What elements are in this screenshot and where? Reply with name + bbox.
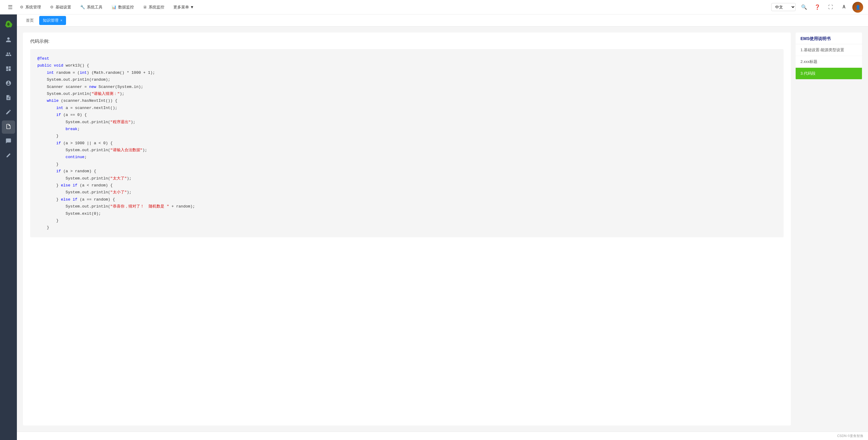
code-block: @Testpublic void work13() { int random =… [30,49,783,237]
nav-label-system-mgmt: 系统管理 [25,4,41,10]
sidebar-item-pen[interactable] [2,149,15,163]
code-text: System.out.println( [37,190,110,195]
tab-knowledge-mgmt[interactable]: 知识管理 × [39,16,66,25]
right-panel: EMS使用说明书 1.基础设置-能源类型设置2.xxx标题3.代码段 [796,33,862,426]
chat-icon [5,138,11,145]
keyword-blue: else if [61,183,78,188]
code-text: random = ( [54,70,80,75]
content-area: 首页 知识管理 × 代码示例: @Testpublic void work13(… [17,14,868,440]
hamburger-button[interactable]: ☰ [5,2,16,13]
fullscreen-button[interactable]: ⛶ [826,2,835,12]
tab-close-button[interactable]: × [60,19,62,23]
badge-icon [5,80,11,88]
code-text: (a > random) { [61,169,96,173]
toc-item[interactable]: 3.代码段 [796,68,862,79]
sidebar-item-chat[interactable] [2,135,15,148]
language-select[interactable]: 中文 English [771,3,796,11]
help-button[interactable]: ❓ [812,2,822,12]
toc-item[interactable]: 2.xxx标题 [796,56,862,68]
tab-bar: 首页 知识管理 × [17,14,868,27]
nav-item-system-monitor[interactable]: 🖥 系统监控 [139,3,168,12]
footer-text: CSDN ©姜鱼智渔 [837,434,863,438]
dashboard-icon [5,66,11,73]
string-red: "请输入合法数据" [110,148,143,153]
code-text: (a == 0) { [61,113,87,117]
code-text: work13() { [63,63,89,68]
code-text: System.exit(0); [37,211,101,216]
code-text: (scanner.hasNextInt()) { [59,99,117,103]
code-line: } [37,161,776,168]
nav-item-basic-settings[interactable]: ⚙ 基础设置 [46,3,75,12]
sidebar-item-doc[interactable] [2,121,15,134]
doc-icon [5,124,11,131]
string-red: "太小了" [110,190,127,195]
page-content: 代码示例: @Testpublic void work13() { int ra… [17,27,868,432]
code-text: ; [78,127,80,131]
code-line: if (a > 1000 || a < 0) { [37,140,776,147]
code-line: if (a > random) { [37,168,776,175]
code-text: System.out.println( [37,120,110,124]
font-button[interactable]: Ａ [839,2,849,12]
code-text: ); [142,148,147,153]
code-line: int random = (int) (Math.random() * 1000… [37,69,776,76]
code-line: Scanner scanner = new Scanner(System.in)… [37,83,776,90]
code-text: System.out.println( [37,204,110,209]
nav-left: ☰ ⚙ 系统管理 ⚙ 基础设置 🔧 系统工具 📊 数据监控 🖥 系统监控 [5,2,770,13]
edit-icon [5,109,11,116]
nav-label-data-monitor: 数据监控 [118,4,134,10]
keyword-blue: int [80,70,87,75]
code-line: if (a == 0) { [37,111,776,119]
keyword-blue: continue [37,155,85,159]
monitor-icon: 🖥 [143,5,147,9]
nav-item-system-mgmt[interactable]: ⚙ 系统管理 [16,3,45,12]
code-text: (a == random) { [78,197,115,202]
sidebar-item-edit[interactable] [2,106,15,119]
code-line: continue; [37,154,776,161]
string-red: "程序退出" [110,120,131,124]
keyword-blue: break [37,127,78,131]
footer-bar: CSDN ©姜鱼智渔 [17,432,868,440]
code-line: System.out.println("程序退出"); [37,119,776,126]
nav-item-more-menu[interactable]: 更多菜单 ▼ [169,3,198,12]
code-text: ); [120,92,125,96]
nav-item-data-monitor[interactable]: 📊 数据监控 [107,3,138,12]
keyword-blue: else if [61,197,78,202]
code-line: } [37,217,776,224]
code-text: ); [127,176,131,181]
code-line: System.out.println("请输入猜测："); [37,90,776,97]
keyword-blue: int [37,106,63,110]
code-text: Scanner scanner = [37,84,89,89]
search-button[interactable]: 🔍 [799,2,809,12]
toc-item[interactable]: 1.基础设置-能源类型设置 [796,44,862,56]
code-text: ); [130,120,135,124]
sidebar-item-dashboard[interactable] [2,63,15,76]
code-text: a = scanner.nextInt(); [63,106,117,110]
sidebar-item-report[interactable] [2,92,15,105]
nav-item-system-tools[interactable]: 🔧 系统工具 [76,3,107,12]
tab-home-label: 首页 [26,18,34,23]
code-line: while (scanner.hasNextInt()) { [37,97,776,104]
nav-label-system-monitor: 系统监控 [149,4,164,10]
sidebar-item-badge[interactable] [2,77,15,90]
code-text: (a > 1000 || a < 0) { [61,141,113,145]
nav-label-system-tools: 系统工具 [87,4,102,10]
tab-home[interactable]: 首页 [22,16,38,25]
code-text: Scanner(System.in); [96,84,143,89]
code-line: System.exit(0); [37,210,776,217]
code-line: } [37,133,776,139]
code-line: System.out.println(random); [37,76,776,83]
report-icon [5,95,11,102]
toc-items: 1.基础设置-能源类型设置2.xxx标题3.代码段 [796,44,862,79]
sidebar-item-group[interactable] [2,48,15,61]
sidebar [0,14,17,440]
code-text: (a < random) { [78,183,113,188]
tab-active-label: 知识管理 [43,18,59,23]
code-line: System.out.println("太小了"); [37,189,776,196]
keyword-blue: int [37,70,54,75]
nav-label-basic-settings: 基础设置 [56,4,71,10]
sidebar-item-user[interactable] [2,34,15,47]
avatar[interactable]: 👤 [852,2,863,13]
code-text: ) (Math.random() * 1000 + 1); [87,70,155,75]
group-icon [5,51,11,59]
sidebar-logo [2,18,14,30]
